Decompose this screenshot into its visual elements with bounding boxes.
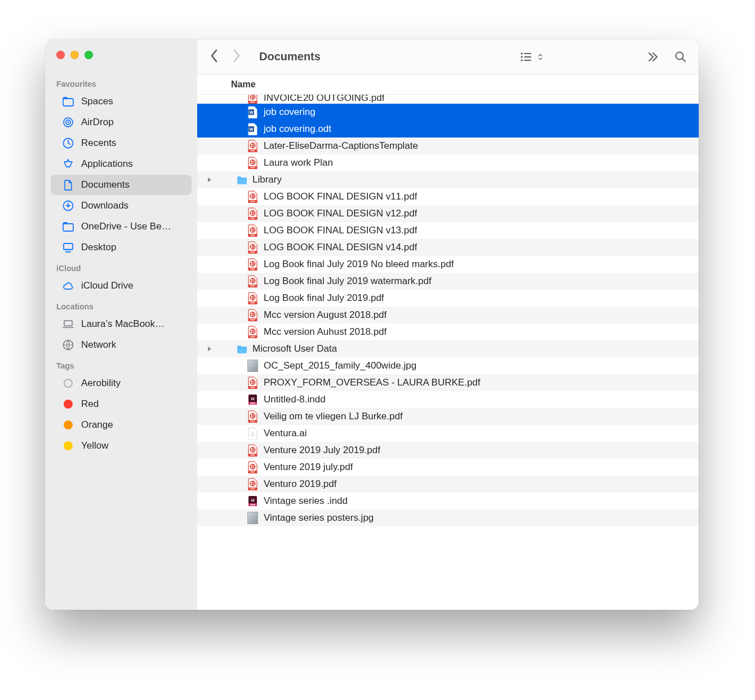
sidebar-item-label: Red <box>81 398 99 410</box>
file-name: PROXY_FORM_OVERSEAS - LAURA BURKE.pdf <box>259 377 481 388</box>
file-name: Laura work Plan <box>259 157 333 169</box>
file-row[interactable]: Veilig om te vliegen LJ Burke.pdf <box>197 408 699 425</box>
tag-swatch-icon <box>62 398 74 410</box>
indd-file-icon <box>246 393 259 406</box>
file-name: Microsoft User Data <box>248 343 337 355</box>
sidebar-item-label: Yellow <box>81 440 109 451</box>
file-row[interactable]: Vintage series posters.jpg <box>197 510 699 526</box>
sidebar-section-label: Favourites <box>45 74 197 91</box>
pdf-file-icon <box>246 410 259 423</box>
sidebar-item-desktop[interactable]: Desktop <box>51 237 192 258</box>
sidebar-item-orange[interactable]: Orange <box>51 415 192 435</box>
file-row[interactable]: Ventura.ai <box>197 425 699 442</box>
folder-icon <box>62 95 74 108</box>
main-pane: Documents Name INVOICE20 OUTGOING.pdfjob… <box>197 39 699 610</box>
file-name: Later-EliseDarma-CaptionsTemplate <box>259 140 418 152</box>
file-name: Vintage series .indd <box>259 495 348 507</box>
pdf-file-icon <box>246 461 259 473</box>
tag-swatch-icon <box>62 377 74 389</box>
file-name: Mcc version August 2018.pdf <box>259 309 387 321</box>
sidebar-item-label: Network <box>81 339 116 351</box>
file-row[interactable]: LOG BOOK FINAL DESIGN v11.pdf <box>197 188 699 205</box>
forward-button[interactable] <box>231 48 242 66</box>
sidebar-item-label: Desktop <box>81 242 116 253</box>
sidebar-item-laura-s-macbook[interactable]: Laura’s MacBook… <box>51 314 192 334</box>
file-row[interactable]: Library <box>197 171 699 188</box>
file-row[interactable]: LOG BOOK FINAL DESIGN v14.pdf <box>197 239 699 256</box>
laptop-icon <box>62 318 74 330</box>
tag-swatch-icon <box>62 440 74 452</box>
globe-icon <box>62 339 74 351</box>
file-list[interactable]: INVOICE20 OUTGOING.pdfjob coveringjob co… <box>197 95 699 610</box>
sidebar-item-icloud-drive[interactable]: iCloud Drive <box>51 276 192 296</box>
sidebar-item-onedrive-use-be[interactable]: OneDrive - Use Be… <box>51 216 192 237</box>
file-row[interactable]: Venture 2019 july.pdf <box>197 459 699 476</box>
file-row[interactable]: Mcc version August 2018.pdf <box>197 307 699 324</box>
sidebar-item-documents[interactable]: Documents <box>51 175 192 195</box>
file-name: INVOICE20 OUTGOING.pdf <box>259 95 384 104</box>
file-name: Vintage series posters.jpg <box>259 512 374 524</box>
sidebar-item-label: Recents <box>81 138 116 149</box>
file-row[interactable]: Untitled-8.indd <box>197 391 699 408</box>
chevron-updown-icon <box>536 51 544 63</box>
chevrons-right-icon <box>646 50 659 64</box>
word-file-icon <box>246 106 259 118</box>
file-row[interactable]: Later-EliseDarma-CaptionsTemplate <box>197 138 699 154</box>
pdf-file-icon <box>246 207 259 220</box>
file-name: job covering.odt <box>259 123 331 135</box>
file-row[interactable]: PROXY_FORM_OVERSEAS - LAURA BURKE.pdf <box>197 374 699 391</box>
file-row[interactable]: Log Book final July 2019 watermark.pdf <box>197 273 699 290</box>
word-file-icon <box>246 123 259 135</box>
file-row[interactable]: Log Book final July 2019.pdf <box>197 290 699 307</box>
zoom-button[interactable] <box>85 51 93 59</box>
disclosure-triangle[interactable] <box>204 177 215 183</box>
pdf-file-icon <box>246 258 259 271</box>
file-row[interactable]: job covering <box>197 104 699 121</box>
ai-file-icon <box>246 427 259 440</box>
sidebar-item-network[interactable]: Network <box>51 335 192 355</box>
sidebar-item-label: Orange <box>81 419 113 431</box>
window-title: Documents <box>256 50 321 63</box>
pdf-file-icon <box>246 478 259 490</box>
file-row[interactable]: Mcc version Auhust 2018.pdf <box>197 324 699 340</box>
folder-file-icon <box>234 174 248 186</box>
file-row[interactable]: Vintage series .indd <box>197 493 699 510</box>
back-button[interactable] <box>208 48 220 66</box>
column-header-row[interactable]: Name <box>197 74 699 95</box>
file-name: LOG BOOK FINAL DESIGN v14.pdf <box>259 242 417 253</box>
sidebar-item-spaces[interactable]: Spaces <box>51 91 192 112</box>
file-row[interactable]: INVOICE20 OUTGOING.pdf <box>197 95 699 104</box>
window-controls <box>45 45 197 74</box>
view-mode-button[interactable] <box>516 48 548 66</box>
column-header-name[interactable]: Name <box>231 79 256 90</box>
folder-icon <box>62 220 74 233</box>
file-row[interactable]: OC_Sept_2015_family_400wide.jpg <box>197 357 699 374</box>
sidebar-item-applications[interactable]: Applications <box>51 154 192 174</box>
sidebar: FavouritesSpacesAirDropRecentsApplicatio… <box>45 39 197 610</box>
minimize-button[interactable] <box>70 51 79 59</box>
file-row[interactable]: Log Book final July 2019 No bleed marks.… <box>197 256 699 273</box>
sidebar-item-yellow[interactable]: Yellow <box>51 436 192 456</box>
list-icon <box>519 50 533 64</box>
file-row[interactable]: job covering.odt <box>197 121 699 138</box>
file-row[interactable]: Venturo 2019.pdf <box>197 476 699 493</box>
disclosure-triangle[interactable] <box>204 346 215 352</box>
file-row[interactable]: LOG BOOK FINAL DESIGN v13.pdf <box>197 222 699 239</box>
file-row[interactable]: Microsoft User Data <box>197 340 699 357</box>
cloud-icon <box>62 280 74 292</box>
sidebar-item-recents[interactable]: Recents <box>51 133 192 153</box>
sidebar-item-airdrop[interactable]: AirDrop <box>51 112 192 132</box>
sidebar-section-label: Tags <box>45 356 197 373</box>
close-button[interactable] <box>56 51 65 59</box>
airdrop-icon <box>62 116 74 129</box>
file-row[interactable]: LOG BOOK FINAL DESIGN v12.pdf <box>197 205 699 222</box>
toolbar-overflow-button[interactable] <box>642 48 663 66</box>
indd-file-icon <box>246 495 259 507</box>
sidebar-item-red[interactable]: Red <box>51 394 192 414</box>
search-button[interactable] <box>670 48 691 66</box>
sidebar-item-aerobility[interactable]: Aerobility <box>51 373 192 393</box>
file-row[interactable]: Venture 2019 July 2019.pdf <box>197 442 699 459</box>
file-row[interactable]: Laura work Plan <box>197 154 699 171</box>
sidebar-item-downloads[interactable]: Downloads <box>51 196 192 216</box>
pdf-file-icon <box>246 157 259 169</box>
